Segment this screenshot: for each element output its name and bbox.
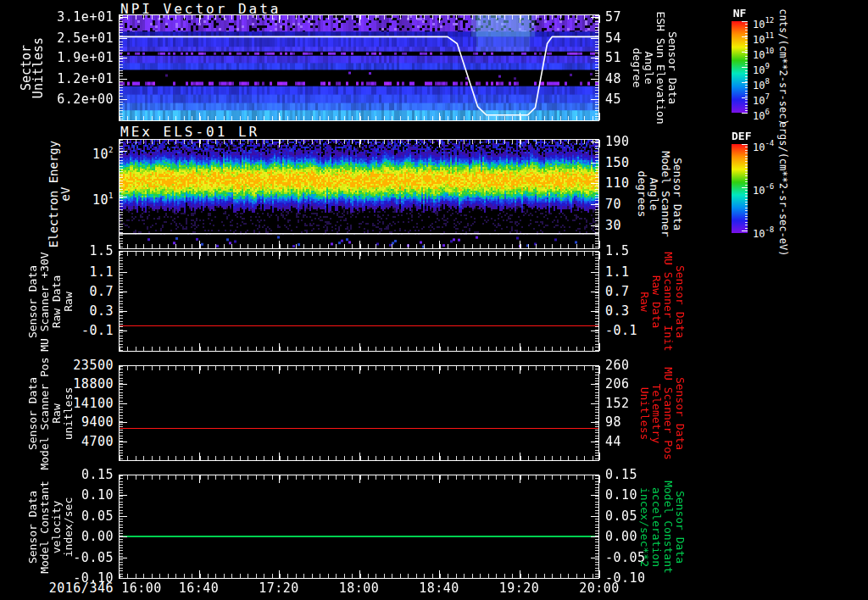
def-colorbar-major-tick bbox=[742, 231, 748, 231]
nf-colorbar-major-tick bbox=[742, 52, 748, 53]
def-colorbar-title: DEF bbox=[732, 130, 748, 142]
def-colorbar-units: ergs/(cm**2-sr-sec-eV) bbox=[777, 121, 789, 256]
x-major-tick bbox=[599, 343, 600, 351]
nf-colorbar-major-tick bbox=[742, 82, 748, 83]
panel2-title: MEx ELS-01 LR bbox=[120, 124, 259, 140]
panel-frame bbox=[119, 14, 599, 121]
y-tick-label: 1.9e+01 bbox=[0, 52, 114, 64]
panel-frame bbox=[119, 139, 599, 249]
x-tick-label: 17:20 bbox=[245, 582, 313, 594]
x-major-tick bbox=[599, 113, 600, 120]
def-colorbar-ticks bbox=[745, 144, 748, 233]
panel-ylabel: Sensor DataModel Scanner PosRawunitless bbox=[27, 357, 75, 469]
nf-colorbar-major-tick bbox=[742, 21, 748, 22]
x-major-tick bbox=[599, 15, 600, 23]
x-tick-label: 18:40 bbox=[405, 582, 473, 594]
nf-colorbar-units: cnts/(cm**2-sr-sec) bbox=[777, 8, 789, 125]
panel-right-label: Sensor DataMU Scanner InitRaw DataRaw bbox=[638, 252, 686, 351]
y-tick-label: 6.2e+00 bbox=[0, 93, 114, 105]
panel-right-label: Sensor DataESH Sun ElevationAngledegree bbox=[631, 11, 678, 124]
nf-colorbar-major-tick bbox=[742, 36, 748, 37]
x-tick-label: 16:40 bbox=[165, 582, 233, 594]
panel-ylabel: SectorUnitless bbox=[20, 37, 44, 98]
y-tick-label: -0.10 bbox=[0, 572, 114, 584]
def-colorbar-major-tick bbox=[742, 144, 748, 145]
right-tick-label: 190 bbox=[605, 136, 656, 147]
panel-right-label: Sensor DataModel ScannerAngledegrees bbox=[636, 151, 683, 237]
y-tick-label: 2.5e+01 bbox=[0, 32, 114, 44]
x-major-tick bbox=[599, 252, 600, 259]
nf-colorbar-major-tick bbox=[742, 113, 748, 114]
panel-ylabel: Sensor DataModel Constantvelocityindex/s… bbox=[27, 481, 75, 574]
panel-frame bbox=[119, 475, 599, 579]
x-major-tick bbox=[599, 475, 600, 483]
panel-frame bbox=[119, 251, 599, 352]
x-major-tick bbox=[599, 570, 600, 578]
panel-frame bbox=[119, 365, 599, 461]
y-tick-label: 3.1e+01 bbox=[0, 11, 114, 23]
right-tick-label: 0.15 bbox=[605, 469, 656, 481]
x-major-tick bbox=[599, 453, 600, 460]
y-tick-label: 1.2e+01 bbox=[0, 73, 114, 85]
nf-colorbar-major-tick bbox=[742, 97, 748, 98]
x-tick-label: 18:00 bbox=[326, 582, 393, 594]
x-tick-label: 20:00 bbox=[565, 582, 633, 594]
panel-ylabel: Electron EnergyeV bbox=[47, 141, 71, 247]
x-major-tick bbox=[599, 241, 600, 248]
panel-right-label: Sensor DataModel Constantaccelerationinc… bbox=[638, 481, 686, 574]
x-major-tick bbox=[599, 366, 600, 374]
x-tick-label: 19:20 bbox=[486, 582, 554, 594]
nf-colorbar-title: NF bbox=[732, 7, 748, 19]
def-colorbar-major-tick bbox=[742, 187, 748, 188]
y-tick-label: 0.15 bbox=[0, 469, 114, 481]
x-major-tick bbox=[599, 140, 600, 147]
science-plot-figure: NPI Vector Data MEx ELS-01 LR 3.1e+012.5… bbox=[0, 0, 868, 600]
panel-right-label: Sensor DataMU Scanner PosTelemetryUnitle… bbox=[638, 367, 686, 460]
panel-ylabel: Sensor DataMU Scanner +30VRaw DataRaw bbox=[27, 252, 75, 351]
nf-colorbar-major-tick bbox=[742, 67, 748, 68]
